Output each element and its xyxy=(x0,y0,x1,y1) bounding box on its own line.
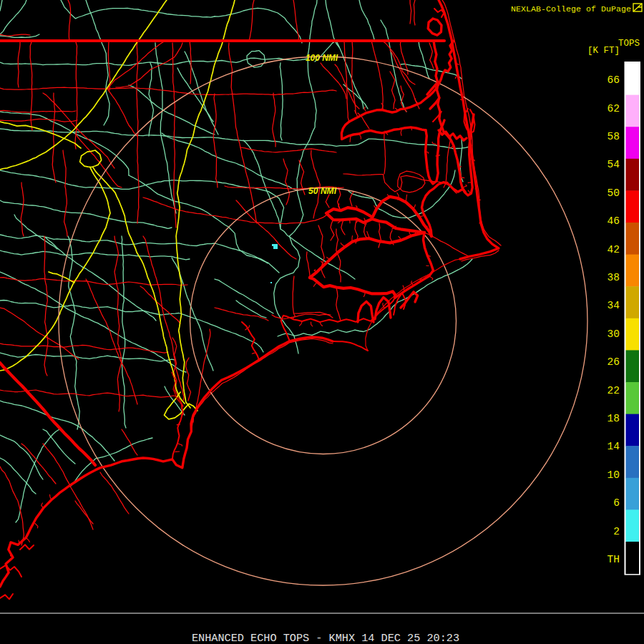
svg-text:22: 22 xyxy=(608,385,620,396)
svg-text:62: 62 xyxy=(608,103,620,114)
svg-text:NEXLAB-College of DuPage: NEXLAB-College of DuPage xyxy=(511,4,631,14)
svg-text:6: 6 xyxy=(613,497,620,509)
svg-text:46: 46 xyxy=(608,215,620,227)
svg-text:42: 42 xyxy=(608,244,620,255)
svg-text:30: 30 xyxy=(608,328,620,340)
svg-text:10: 10 xyxy=(608,469,620,481)
svg-text:66: 66 xyxy=(608,74,620,86)
svg-text:50 NMI: 50 NMI xyxy=(308,186,337,196)
svg-text:14: 14 xyxy=(608,441,620,452)
svg-text:34: 34 xyxy=(608,300,620,311)
svg-text:[K FT]: [K FT] xyxy=(587,46,620,56)
svg-text:38: 38 xyxy=(608,272,620,283)
svg-text:100 NMI: 100 NMI xyxy=(306,53,338,63)
svg-text:ENHANCED ECHO TOPS - KMHX 14 D: ENHANCED ECHO TOPS - KMHX 14 DEC 25 20:2… xyxy=(192,632,459,644)
svg-text:TH: TH xyxy=(608,554,620,565)
svg-text:TOPS: TOPS xyxy=(618,39,640,49)
svg-text:26: 26 xyxy=(608,356,620,368)
svg-text:58: 58 xyxy=(608,131,620,142)
svg-text:50: 50 xyxy=(608,187,620,199)
svg-text:18: 18 xyxy=(608,413,620,424)
svg-text:54: 54 xyxy=(608,159,620,170)
svg-text:2: 2 xyxy=(613,526,620,537)
